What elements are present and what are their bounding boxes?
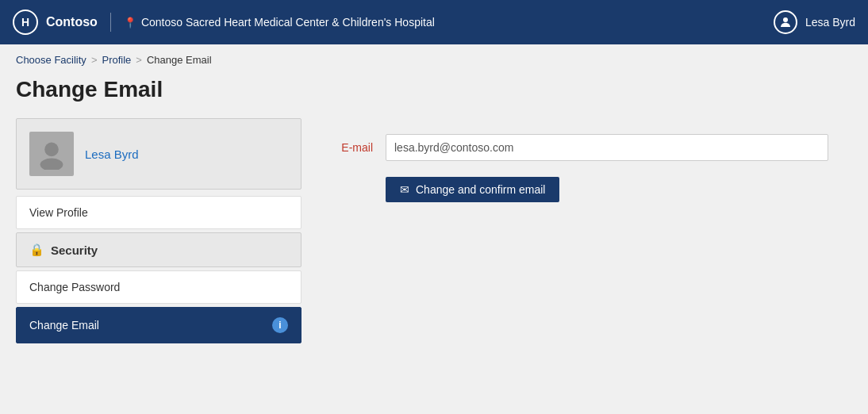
submit-label: Change and confirm email: [416, 183, 545, 196]
change-password-label: Change Password: [29, 281, 120, 293]
header-divider: [110, 13, 111, 32]
sidebar-item-change-email[interactable]: Change Email i: [16, 307, 301, 343]
facility-name: 📍 Contoso Sacred Heart Medical Center & …: [124, 16, 435, 29]
security-label: Security: [51, 243, 98, 257]
header-user-area: Lesa Byrd: [774, 10, 855, 34]
envelope-icon: ✉: [400, 183, 409, 196]
breadcrumb: Choose Facility > Profile > Change Email: [16, 54, 852, 66]
content-area: Lesa Byrd View Profile 🔒 Security Change…: [16, 118, 852, 343]
svg-point-2: [40, 159, 63, 170]
email-input[interactable]: [386, 134, 828, 161]
email-row: E-mail: [325, 134, 828, 161]
sidebar-item-change-password[interactable]: Change Password: [16, 270, 301, 304]
header-username: Lesa Byrd: [805, 16, 855, 29]
breadcrumb-profile[interactable]: Profile: [102, 54, 131, 66]
svg-point-1: [44, 143, 59, 157]
app-header: H Contoso 📍 Contoso Sacred Heart Medical…: [0, 0, 868, 44]
sidebar-user-name: Lesa Byrd: [85, 148, 139, 161]
sidebar: Lesa Byrd View Profile 🔒 Security Change…: [16, 118, 301, 343]
user-card: Lesa Byrd: [16, 118, 301, 190]
user-avatar: [29, 132, 74, 176]
brand-name: Contoso: [46, 15, 98, 29]
breadcrumb-sep-2: >: [136, 54, 142, 66]
page-title: Change Email: [16, 77, 852, 102]
change-confirm-email-button[interactable]: ✉ Change and confirm email: [386, 177, 559, 202]
breadcrumb-current: Change Email: [147, 54, 212, 66]
lock-icon: 🔒: [29, 243, 44, 257]
main-content: Choose Facility > Profile > Change Email…: [0, 44, 868, 353]
view-profile-label: View Profile: [29, 206, 88, 219]
security-header: 🔒 Security: [16, 232, 301, 267]
svg-point-0: [783, 17, 788, 22]
app-logo: H: [13, 10, 38, 35]
form-area: E-mail ✉ Change and confirm email: [301, 118, 852, 343]
sidebar-item-view-profile[interactable]: View Profile: [16, 196, 301, 229]
email-label: E-mail: [325, 141, 373, 154]
user-avatar-icon: [774, 10, 797, 34]
info-icon: i: [272, 317, 288, 333]
location-icon: 📍: [124, 17, 136, 29]
breadcrumb-sep-1: >: [91, 54, 98, 66]
breadcrumb-choose-facility[interactable]: Choose Facility: [16, 54, 86, 66]
change-email-label: Change Email: [29, 319, 99, 332]
